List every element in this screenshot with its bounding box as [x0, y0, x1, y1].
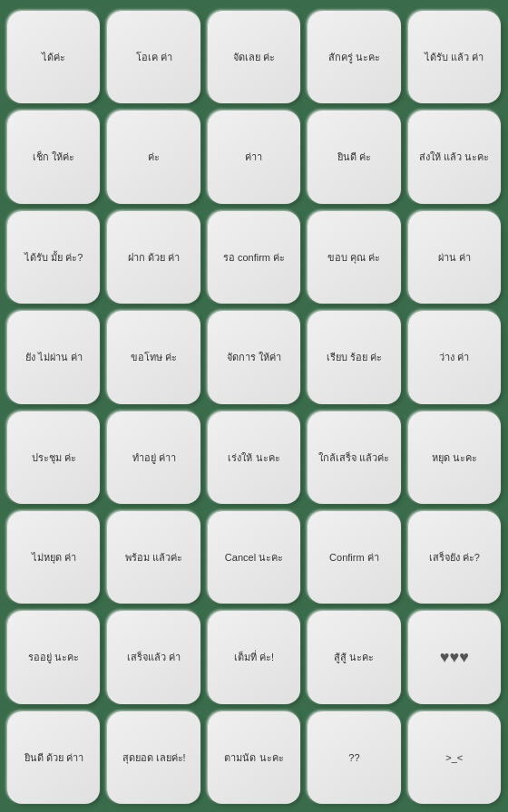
sticker-item-39[interactable]: ?? — [308, 711, 400, 804]
sticker-item-18[interactable]: จัดการ ให้ค่า — [208, 311, 300, 403]
sticker-item-15[interactable]: ผ่าน ค่า — [408, 211, 501, 304]
sticker-item-25[interactable]: หยุด นะคะ — [408, 411, 501, 504]
sticker-item-14[interactable]: ขอบ คุณ ค่ะ — [308, 211, 400, 304]
sticker-item-24[interactable]: ใกล้เสร็จ แล้วค่ะ — [308, 411, 400, 504]
sticker-item-10[interactable]: ส่งให้ แล้ว นะคะ — [408, 111, 501, 203]
sticker-item-37[interactable]: สุดยอด เลยค่ะ! — [107, 711, 200, 804]
sticker-item-5[interactable]: ได้รับ แล้ว ค่า — [408, 11, 501, 103]
sticker-item-28[interactable]: Cancel นะคะ — [208, 511, 300, 604]
sticker-item-27[interactable]: พร้อม แล้วค่ะ — [107, 511, 200, 604]
sticker-item-29[interactable]: Confirm ค่า — [308, 511, 400, 604]
sticker-item-22[interactable]: ทำอยู่ ค่าา — [107, 411, 200, 504]
sticker-item-30[interactable]: เสร็จยัง ค่ะ? — [408, 511, 501, 604]
sticker-item-4[interactable]: สักครู่ นะคะ — [308, 11, 400, 103]
sticker-item-19[interactable]: เรียบ ร้อย ค่ะ — [308, 311, 400, 403]
sticker-item-8[interactable]: ค่าา — [208, 111, 300, 203]
sticker-item-9[interactable]: ยินดี ค่ะ — [308, 111, 400, 203]
sticker-item-6[interactable]: เช็ก ให้ค่ะ — [7, 111, 100, 203]
sticker-item-20[interactable]: ว่าง ค่า — [408, 311, 501, 403]
sticker-item-2[interactable]: โอเค ค่า — [107, 11, 200, 103]
sticker-item-16[interactable]: ยัง ไม่ผ่าน ค่า — [7, 311, 100, 403]
sticker-item-1[interactable]: ได้ค่ะ — [7, 11, 100, 103]
sticker-item-21[interactable]: ประชุม ค่ะ — [7, 411, 100, 504]
sticker-item-23[interactable]: เร่งให้ นะคะ — [208, 411, 300, 504]
sticker-item-7[interactable]: ค่ะ — [107, 111, 200, 203]
sticker-item-26[interactable]: ไม่หยุด ค่า — [7, 511, 100, 604]
sticker-item-33[interactable]: เต็มที่ ค่ะ! — [208, 611, 300, 703]
sticker-item-11[interactable]: ได้รับ มั้ย ค่ะ? — [7, 211, 100, 304]
sticker-item-34[interactable]: สู้สู้ นะคะ — [308, 611, 400, 703]
sticker-item-13[interactable]: รอ confirm ค่ะ — [208, 211, 300, 304]
sticker-item-12[interactable]: ฝาก ด้วย ค่า — [107, 211, 200, 304]
sticker-item-36[interactable]: ยินดี ด้วย ค่าา — [7, 711, 100, 804]
sticker-item-35[interactable]: ♥♥♥ — [408, 611, 501, 703]
sticker-grid: ได้ค่ะโอเค ค่าจัดเลย ค่ะสักครู่ นะคะได้ร… — [7, 11, 501, 804]
sticker-item-31[interactable]: รออยู่ นะคะ — [7, 611, 100, 703]
sticker-item-38[interactable]: ตามนัด นะคะ — [208, 711, 300, 804]
sticker-item-3[interactable]: จัดเลย ค่ะ — [208, 11, 300, 103]
sticker-item-32[interactable]: เสร็จแล้ว ค่า — [107, 611, 200, 703]
sticker-item-17[interactable]: ขอโทษ ค่ะ — [107, 311, 200, 403]
sticker-item-40[interactable]: >_< — [408, 711, 501, 804]
